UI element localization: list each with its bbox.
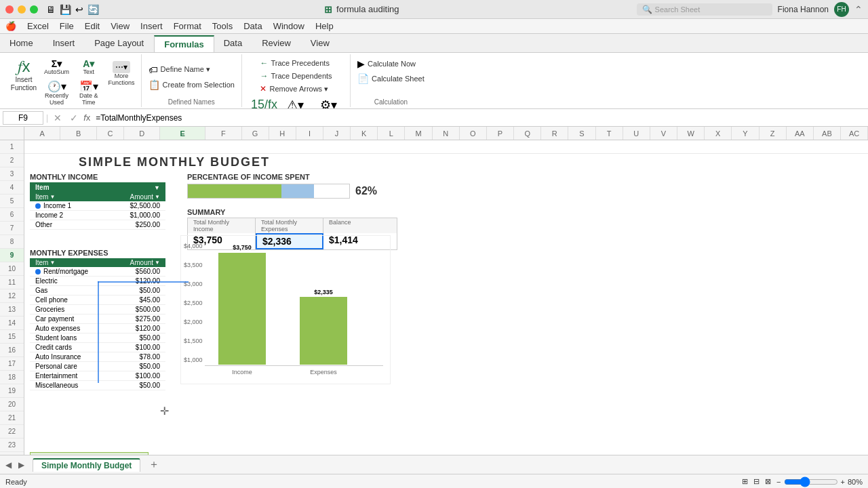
menu-format[interactable]: Format xyxy=(174,21,201,31)
income-row-1[interactable]: Income 1 $2,500.00 xyxy=(30,201,165,211)
move-cursor[interactable]: ✛ xyxy=(160,405,169,418)
toolbar-icon-1[interactable]: 🖥 xyxy=(46,4,56,15)
menu-view[interactable]: View xyxy=(111,21,130,31)
col-header-w[interactable]: W xyxy=(677,127,705,140)
row-22[interactable]: 22 xyxy=(0,425,24,439)
row-7[interactable]: 7 xyxy=(0,222,24,235)
col-header-a[interactable]: A xyxy=(24,127,60,140)
zoom-slider[interactable] xyxy=(784,476,838,487)
add-sheet-button[interactable]: ＋ xyxy=(143,456,165,473)
col-header-p[interactable]: P xyxy=(487,127,514,140)
row-9[interactable]: 9 xyxy=(0,249,24,262)
zoom-out-button[interactable]: − xyxy=(776,478,781,486)
menu-data[interactable]: Data xyxy=(243,21,262,31)
menu-edit[interactable]: Edit xyxy=(85,21,100,31)
tab-prev-button[interactable]: ◀ xyxy=(3,459,14,471)
col-header-j[interactable]: J xyxy=(323,127,351,140)
maximize-button[interactable] xyxy=(30,5,38,14)
zoom-in-button[interactable]: + xyxy=(841,478,845,486)
col-header-aa[interactable]: AA xyxy=(787,127,814,140)
col-header-v[interactable]: V xyxy=(650,127,677,140)
col-header-e[interactable]: E xyxy=(160,127,205,140)
trace-precedents-button[interactable]: ← Trace Precedents xyxy=(257,57,332,69)
close-button[interactable] xyxy=(5,5,14,14)
spreadsheet-content[interactable]: SIMPLE MONTHLY BUDGET MONTHLY INCOME Ite… xyxy=(24,140,868,455)
row-14[interactable]: 14 xyxy=(0,317,24,330)
col-header-ac[interactable]: AC xyxy=(841,127,868,140)
row-1[interactable]: 1 xyxy=(0,140,24,154)
row-23[interactable]: 23 xyxy=(0,439,24,452)
toolbar-icon-2[interactable]: 💾 xyxy=(60,4,71,15)
more-functions-button[interactable]: ⋯▾ MoreFunctions xyxy=(106,60,137,88)
row-11[interactable]: 11 xyxy=(0,276,24,289)
show-formulas-button[interactable]: 15/fx ShowFormulas xyxy=(249,96,279,108)
menu-insert[interactable]: Insert xyxy=(140,21,163,31)
menu-help[interactable]: Help xyxy=(315,21,334,31)
menu-excel[interactable]: Excel xyxy=(27,21,49,31)
col-header-g[interactable]: G xyxy=(242,127,269,140)
text-button[interactable]: A▾ Text xyxy=(73,57,105,77)
row-5[interactable]: 5 xyxy=(0,195,24,208)
view-page-break-icon[interactable]: ⊠ xyxy=(765,477,771,486)
trace-dependents-button[interactable]: → Trace Dependents xyxy=(257,70,334,82)
row-2[interactable]: 2 xyxy=(0,154,24,167)
income-row-3[interactable]: Other $250.00 xyxy=(30,220,165,230)
expense-row-1[interactable]: Rent/mortgage$560.00 xyxy=(30,267,165,277)
row-3[interactable]: 3 xyxy=(0,167,24,181)
error-checking-button[interactable]: ⚠▾ ErrorChecking xyxy=(281,96,311,108)
row-12[interactable]: 12 xyxy=(0,289,24,303)
cancel-button[interactable]: ✕ xyxy=(51,113,64,123)
tab-view[interactable]: View xyxy=(301,34,340,52)
autosum-button[interactable]: Σ▾ AutoSum xyxy=(42,57,71,77)
cell-reference[interactable]: F9 xyxy=(3,111,43,125)
row-6[interactable]: 6 xyxy=(0,208,24,222)
col-header-q[interactable]: Q xyxy=(514,127,541,140)
income-row-2[interactable]: Income 2 $1,000.00 xyxy=(30,211,165,220)
row-20[interactable]: 20 xyxy=(0,398,24,411)
calculation-options-button[interactable]: ⚙▾ CalculationOptions xyxy=(312,96,347,108)
row-21[interactable]: 21 xyxy=(0,411,24,425)
col-header-f[interactable]: F xyxy=(205,127,241,140)
row-8[interactable]: 8 xyxy=(0,235,24,249)
tab-insert[interactable]: Insert xyxy=(43,34,85,52)
tab-formulas[interactable]: Formulas xyxy=(154,35,214,52)
calculate-now-button[interactable]: ▶ Calculate Now xyxy=(355,57,418,70)
menu-window[interactable]: Window xyxy=(273,21,304,31)
tab-page-layout[interactable]: Page Layout xyxy=(85,34,154,52)
row-17[interactable]: 17 xyxy=(0,357,24,371)
row-19[interactable]: 19 xyxy=(0,384,24,398)
col-header-i[interactable]: I xyxy=(296,127,323,140)
row-10[interactable]: 10 xyxy=(0,262,24,276)
col-header-t[interactable]: T xyxy=(596,127,623,140)
col-header-b[interactable]: B xyxy=(60,127,96,140)
col-header-u[interactable]: U xyxy=(623,127,650,140)
minimize-button[interactable] xyxy=(18,5,26,14)
menu-file[interactable]: File xyxy=(60,21,74,31)
confirm-button[interactable]: ✓ xyxy=(67,113,81,123)
col-header-l[interactable]: L xyxy=(378,127,405,140)
row-24[interactable]: 24 xyxy=(0,452,24,455)
insert-function-button[interactable]: 𝑓x InsertFunction xyxy=(7,57,41,94)
col-header-d[interactable]: D xyxy=(124,127,160,140)
user-avatar[interactable]: FH xyxy=(834,2,849,17)
col-header-o[interactable]: O xyxy=(460,127,487,140)
col-header-k[interactable]: K xyxy=(351,127,378,140)
undo-button[interactable]: ↩ xyxy=(75,4,83,15)
col-header-y[interactable]: Y xyxy=(732,127,759,140)
view-page-layout-icon[interactable]: ⊟ xyxy=(753,477,760,486)
tab-next-button[interactable]: ▶ xyxy=(16,459,27,471)
date-time-button[interactable]: 📅▾ Date &Time xyxy=(73,79,105,108)
col-header-x[interactable]: X xyxy=(705,127,732,140)
define-name-button[interactable]: 🏷 Define Name ▾ xyxy=(146,63,213,77)
search-bar[interactable]: 🔍 Search Sheet xyxy=(637,3,772,16)
formula-input[interactable] xyxy=(93,112,865,124)
row-13[interactable]: 13 xyxy=(0,303,24,317)
col-header-n[interactable]: N xyxy=(433,127,460,140)
col-header-m[interactable]: M xyxy=(405,127,432,140)
col-header-s[interactable]: S xyxy=(568,127,595,140)
col-header-r[interactable]: R xyxy=(541,127,568,140)
create-from-selection-button[interactable]: 📋 Create from Selection xyxy=(146,78,237,92)
col-header-h[interactable]: H xyxy=(269,127,296,140)
tab-review[interactable]: Review xyxy=(252,34,301,52)
tab-data[interactable]: Data xyxy=(214,34,252,52)
